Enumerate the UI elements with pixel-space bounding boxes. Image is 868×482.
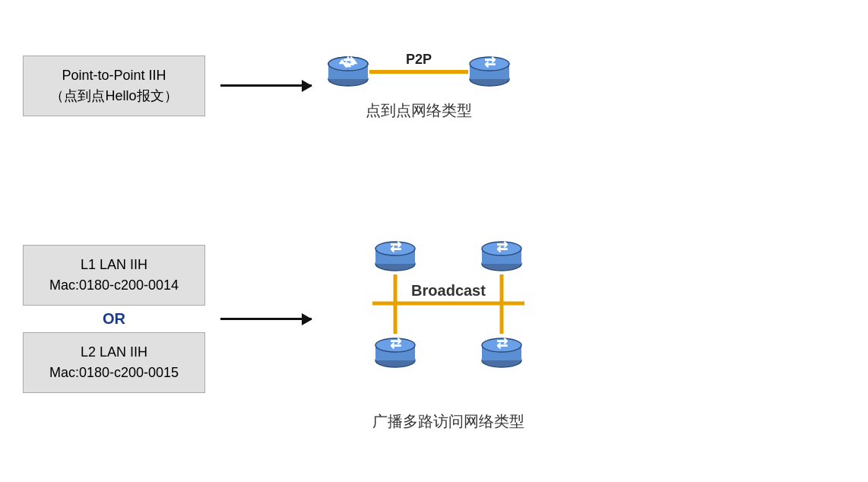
- router-top-left: [375, 239, 415, 271]
- p2p-caption: 点到点网络类型: [366, 100, 472, 121]
- broadcast-left: L1 LAN IIH Mac:0180-c200-0014 OR L2 LAN …: [23, 245, 205, 393]
- l1-lan-line2: Mac:0180-c200-0014: [39, 275, 189, 296]
- router-top-right: [482, 239, 521, 271]
- or-label: OR: [103, 310, 125, 328]
- router-icon-right: ⇄: [468, 50, 511, 93]
- main-container: Point-to-Point IIH （点到点Hello报文）: [0, 0, 868, 482]
- p2p-connection-label: P2P: [406, 52, 432, 68]
- broadcast-svg: ⇄ Broadcast: [327, 206, 570, 404]
- router-icon-left: ⇄: [327, 50, 369, 93]
- bottom-arrow: [220, 318, 312, 320]
- broadcast-caption: 广播多路访问网络类型: [372, 411, 524, 432]
- l1-lan-box: L1 LAN IIH Mac:0180-c200-0014: [23, 245, 205, 306]
- p2p-network-diagram: ⇄ P2P ⇄ 点到点网络类型: [327, 50, 511, 121]
- top-arrow: [220, 84, 312, 87]
- p2p-box-line2: （点到点Hello报文）: [39, 86, 189, 106]
- router-bot-right: [482, 336, 521, 367]
- top-arrow-container: [220, 84, 312, 87]
- svg-text:⇄: ⇄: [343, 55, 354, 70]
- l2-lan-line1: L2 LAN IIH: [39, 342, 189, 363]
- router-bot-left: [375, 336, 415, 367]
- l1-lan-line1: L1 LAN IIH: [39, 255, 189, 275]
- svg-text:⇄: ⇄: [484, 55, 496, 70]
- p2p-box-line1: Point-to-Point IIH: [39, 65, 189, 86]
- broadcast-network-diagram: ⇄ Broadcast: [327, 206, 570, 432]
- top-row: Point-to-Point IIH （点到点Hello报文）: [23, 50, 845, 121]
- l2-lan-box: L2 LAN IIH Mac:0180-c200-0015: [23, 332, 205, 393]
- p2p-label-box: Point-to-Point IIH （点到点Hello报文）: [23, 55, 205, 116]
- bottom-arrow-container: [220, 318, 312, 320]
- broadcast-label: Broadcast: [411, 282, 486, 299]
- p2p-line-row: ⇄ P2P ⇄: [327, 50, 511, 93]
- p2p-connection-line: [369, 70, 468, 74]
- l2-lan-line2: Mac:0180-c200-0015: [39, 363, 189, 383]
- bottom-row: L1 LAN IIH Mac:0180-c200-0014 OR L2 LAN …: [23, 206, 845, 432]
